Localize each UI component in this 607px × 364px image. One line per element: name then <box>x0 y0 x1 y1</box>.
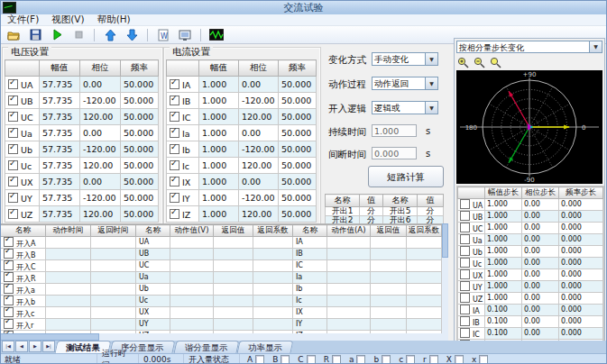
value-cell[interactable]: 0.00 <box>522 328 559 340</box>
value-cell[interactable] <box>214 260 253 272</box>
value-cell[interactable]: 0.00 <box>239 125 279 141</box>
value-cell[interactable]: 0.100 <box>485 328 522 340</box>
row-checkbox[interactable] <box>170 144 179 154</box>
value-cell[interactable]: 57.735 <box>40 190 80 206</box>
row-checkbox[interactable] <box>8 112 18 122</box>
column-header[interactable]: 名称 <box>1 225 46 237</box>
column-header[interactable]: 返回值 <box>214 225 253 237</box>
column-header[interactable]: 名称 <box>136 225 170 237</box>
value-cell[interactable] <box>170 260 214 272</box>
stop-icon[interactable] <box>70 28 87 42</box>
value-cell[interactable] <box>46 249 91 260</box>
value-cell[interactable] <box>371 319 407 331</box>
tab-power-display[interactable]: 功率显示 <box>237 341 294 353</box>
value-cell[interactable] <box>253 237 293 249</box>
value-cell[interactable]: 0.00 <box>522 293 559 305</box>
value-cell[interactable]: 0.000 <box>559 269 603 281</box>
value-cell[interactable]: 50.000 <box>279 141 317 158</box>
value-cell[interactable]: 0.00 <box>522 305 559 316</box>
value-cell[interactable] <box>214 249 253 260</box>
value-cell[interactable]: -120.00 <box>80 141 121 158</box>
value-cell[interactable]: 50.000 <box>121 158 159 174</box>
value-cell[interactable] <box>46 272 91 284</box>
column-header[interactable]: 频率 <box>121 60 159 77</box>
column-header[interactable]: 返回系数 <box>253 225 293 237</box>
value-cell[interactable]: 0.000 <box>559 199 603 211</box>
value-cell[interactable]: 0.00 <box>522 223 559 234</box>
value-cell[interactable] <box>327 249 371 260</box>
column-header[interactable]: 相位 <box>239 60 279 77</box>
value-cell[interactable] <box>253 260 293 272</box>
title-bar[interactable]: 交流试验 <box>0 0 607 15</box>
column-header[interactable]: 幅值 <box>40 60 80 77</box>
tab-harmonic-display[interactable]: 谐分量显示 <box>173 341 238 353</box>
value-cell[interactable]: 50.000 <box>279 93 317 109</box>
value-cell[interactable] <box>407 319 442 331</box>
tab-nav-first-icon[interactable]: |◀ <box>2 341 14 352</box>
value-cell[interactable]: 50.000 <box>121 174 159 190</box>
value-cell[interactable]: 0.00 <box>80 125 121 141</box>
open-icon[interactable] <box>5 28 22 42</box>
value-cell[interactable] <box>91 296 136 307</box>
value-cell[interactable] <box>91 307 136 319</box>
value-cell[interactable] <box>327 237 371 249</box>
value-cell[interactable] <box>407 296 442 307</box>
row-checkbox[interactable] <box>460 316 470 326</box>
value-cell[interactable] <box>46 237 91 249</box>
value-cell[interactable] <box>170 307 214 319</box>
row-checkbox[interactable] <box>460 211 470 221</box>
word-report-icon[interactable]: W <box>155 28 171 42</box>
value-cell[interactable] <box>371 260 407 272</box>
value-cell[interactable] <box>170 296 214 307</box>
row-checkbox[interactable] <box>8 96 18 105</box>
value-cell[interactable]: 0.000 <box>559 281 603 293</box>
value-cell[interactable]: 0.000 <box>559 223 603 234</box>
value-cell[interactable] <box>327 272 371 284</box>
row-checkbox[interactable] <box>170 209 179 219</box>
value-cell[interactable] <box>170 237 214 249</box>
value-cell[interactable]: 0.000 <box>559 211 603 223</box>
value-cell[interactable] <box>371 237 407 249</box>
value-cell[interactable]: 1.000 <box>199 174 239 190</box>
chevron-down-icon[interactable]: ▼ <box>425 77 437 89</box>
row-checkbox[interactable] <box>170 177 179 187</box>
value-cell[interactable]: 120.00 <box>80 158 121 174</box>
value-cell[interactable]: 120.00 <box>80 109 121 125</box>
value-cell[interactable]: 1.000 <box>199 93 239 109</box>
value-cell[interactable]: 1.000 <box>485 223 522 234</box>
column-header[interactable]: 频率步长 <box>559 187 603 199</box>
value-cell[interactable]: 1.000 <box>199 125 239 141</box>
row-checkbox[interactable] <box>4 307 14 317</box>
value-cell[interactable]: UB <box>136 249 170 260</box>
value-cell[interactable]: 0.00 <box>522 258 559 269</box>
value-cell[interactable]: 50.000 <box>279 77 317 93</box>
value-cell[interactable]: 分 <box>360 207 383 216</box>
column-header[interactable]: 频率 <box>279 60 317 77</box>
move-down-icon[interactable] <box>124 28 140 42</box>
value-cell[interactable]: 50.000 <box>279 206 317 223</box>
value-cell[interactable]: 0.100 <box>485 305 522 316</box>
column-header[interactable]: 返回值 <box>371 225 407 237</box>
row-checkbox[interactable] <box>4 237 14 247</box>
save-icon[interactable] <box>27 28 43 42</box>
value-cell[interactable]: 0.000 <box>559 258 603 269</box>
value-cell[interactable] <box>170 284 214 296</box>
value-cell[interactable] <box>407 260 442 272</box>
value-cell[interactable]: 0.000 <box>559 305 603 316</box>
column-header[interactable]: 动作时间 <box>46 225 91 237</box>
interval-input[interactable] <box>372 147 417 159</box>
menu-view[interactable]: 视图(V) <box>51 14 84 26</box>
value-cell[interactable]: 0.00 <box>80 77 121 93</box>
value-cell[interactable] <box>91 237 136 249</box>
value-cell[interactable]: -120.00 <box>239 141 279 158</box>
column-header[interactable] <box>167 60 199 77</box>
column-header[interactable]: 值 <box>418 195 444 207</box>
value-cell[interactable]: 50.000 <box>279 158 317 174</box>
column-header[interactable]: 相位步长 <box>522 187 559 199</box>
step-mode-select[interactable]: 按相分量步长变化 ▼ <box>456 41 602 53</box>
value-cell[interactable]: UY <box>136 319 170 331</box>
value-cell[interactable]: Ub <box>136 284 170 296</box>
value-cell[interactable]: 57.735 <box>40 109 80 125</box>
column-header[interactable]: 动作值(V) <box>170 225 214 237</box>
column-header[interactable]: 幅值步长 <box>485 187 522 199</box>
